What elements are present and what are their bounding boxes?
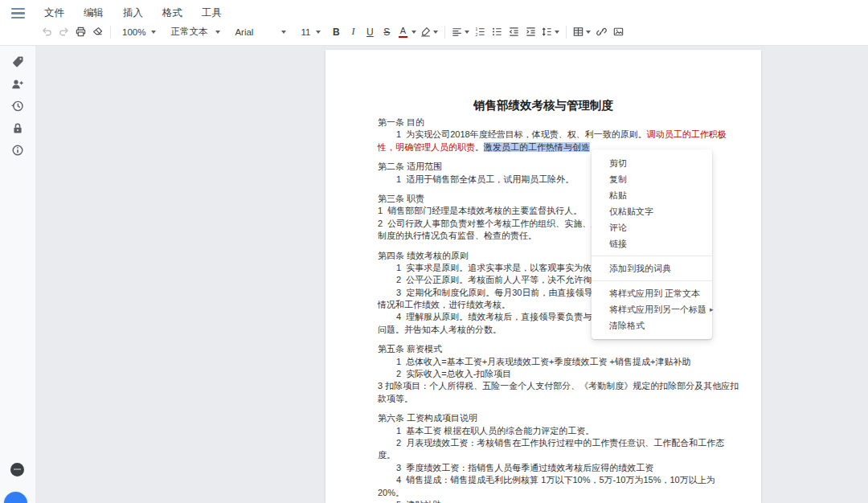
- numbered-list-button[interactable]: 12: [472, 23, 488, 40]
- doc-line: 3 扣除项目：个人所得税、五险一金个人支付部分、《考勤制度》规定的扣除部分及其他…: [378, 380, 709, 392]
- header: 文件 编辑 插入 格式 工具: [0, 0, 868, 46]
- chevron-down-icon: [316, 31, 321, 34]
- highlight-color-button[interactable]: [417, 23, 440, 40]
- align-button[interactable]: [449, 23, 471, 40]
- context-menu-item[interactable]: 将样式应用到另一个标题 ▸: [592, 301, 712, 317]
- context-menu-item[interactable]: 复制: [592, 171, 712, 187]
- clear-format-icon[interactable]: [89, 23, 105, 40]
- context-menu-item[interactable]: 仅粘贴文字: [592, 203, 712, 219]
- context-menu-item[interactable]: 链接: [592, 235, 712, 251]
- doc-line: 1 基本工资 根据在职人员的综合能力评定的工资。: [378, 425, 709, 437]
- indent-button[interactable]: [522, 23, 538, 40]
- context-menu-item-label: 链接: [609, 235, 627, 251]
- bulleted-list-icon: [491, 26, 503, 38]
- undo-icon[interactable]: [39, 23, 55, 40]
- app-window: 文件 编辑 插入 格式 工具: [0, 0, 868, 503]
- menu-item[interactable]: 文件: [39, 2, 70, 24]
- outdent-icon: [508, 26, 520, 38]
- context-menu-item-label: 将样式应用到另一个标题: [609, 301, 706, 317]
- context-menu-item[interactable]: 剪切: [592, 155, 712, 171]
- image-icon: [612, 26, 624, 38]
- context-menu-item[interactable]: 将样式应用到 正常文本: [592, 285, 712, 301]
- doc-line: 1 为实现公司2018年度经营目标，体现责、权、利一致的原则。调动员工的工作积极: [378, 129, 709, 141]
- context-menu-item[interactable]: 清除格式: [592, 317, 712, 333]
- context-menu-item-label: 仅粘贴文字: [609, 203, 653, 219]
- bulleted-list-button[interactable]: [489, 23, 505, 40]
- doc-line: 4 销售提成：销售提成毛利比例核算 1万以下10%，5万-10万为15%，10万…: [378, 474, 709, 486]
- submenu-arrow-icon: ▸: [710, 301, 714, 317]
- left-sidebar: [0, 45, 35, 503]
- doc-line: 2 实际收入=总收入-扣除项目: [378, 368, 709, 380]
- chevron-down-icon: [433, 31, 438, 34]
- insert-table-button[interactable]: [571, 23, 592, 40]
- indent-icon: [525, 26, 537, 38]
- underline-icon: U: [363, 27, 377, 38]
- floating-action-button[interactable]: [4, 492, 27, 503]
- menu-bar: 文件 编辑 插入 格式 工具: [39, 2, 235, 24]
- svg-text:1: 1: [475, 27, 477, 31]
- italic-icon: I: [346, 26, 360, 38]
- doc-line: 2 月表现绩效工资：考核销售在工作执行过程中的工作责任意识、工作配合和工作态: [378, 437, 709, 449]
- strikethrough-icon: S: [380, 27, 394, 38]
- link-icon: [596, 26, 608, 38]
- info-icon[interactable]: [10, 143, 25, 157]
- context-menu-item[interactable]: [592, 280, 712, 281]
- insert-image-button[interactable]: [610, 23, 626, 40]
- doc-line: 1 总体收入=基本工资+月表现绩效工资+季度绩效工资 +销售提成+津贴补助: [378, 356, 709, 368]
- context-menu-item[interactable]: 粘贴: [592, 187, 712, 203]
- text-color-button[interactable]: A: [395, 23, 416, 40]
- outdent-button[interactable]: [506, 23, 522, 40]
- chevron-down-icon: [151, 31, 156, 34]
- lock-icon[interactable]: [10, 121, 25, 136]
- doc-line: 第一条 目的: [378, 117, 709, 129]
- doc-line: 度。: [378, 449, 709, 461]
- toolbar-divider: [110, 26, 111, 39]
- add-person-icon[interactable]: [10, 77, 25, 92]
- chevron-down-icon: [281, 31, 286, 34]
- menu-item[interactable]: 格式: [157, 2, 188, 24]
- text-color-icon: A: [396, 27, 410, 39]
- context-menu-item[interactable]: 评论: [592, 219, 712, 235]
- context-menu-item-label: 清除格式: [609, 317, 645, 333]
- context-menu-item-label: 剪切: [609, 155, 627, 171]
- doc-line: 3 季度绩效工资：指销售人员每季通过绩效考核后应得的绩效工资: [378, 462, 709, 474]
- chevron-down-icon: [411, 31, 416, 34]
- zoom-select[interactable]: 100%: [118, 23, 160, 40]
- menu-item[interactable]: 编辑: [78, 2, 109, 24]
- hamburger-menu-icon[interactable]: [11, 8, 25, 18]
- italic-button[interactable]: I: [345, 23, 361, 40]
- menu-item[interactable]: 插入: [117, 2, 149, 24]
- doc-line: 第五条 薪资模式: [378, 343, 709, 355]
- print-icon[interactable]: [72, 23, 88, 40]
- account-avatar[interactable]: [10, 463, 24, 476]
- toolbar-divider: [566, 26, 567, 39]
- chevron-down-icon: [555, 31, 559, 34]
- tag-icon[interactable]: [10, 55, 25, 69]
- doc-line: 5 津贴补助: [378, 499, 709, 503]
- strikethrough-button[interactable]: S: [379, 23, 395, 40]
- document-title: 销售部绩效考核与管理制度: [378, 98, 709, 113]
- font-select[interactable]: Arial: [231, 23, 290, 40]
- redo-icon[interactable]: [55, 23, 72, 40]
- context-menu-item[interactable]: 添加到我的词典: [592, 260, 712, 276]
- context-menu-item[interactable]: [592, 256, 712, 256]
- font-value: Arial: [235, 27, 253, 37]
- context-menu-item-label: 将样式应用到 正常文本: [609, 285, 700, 301]
- table-icon: [572, 26, 584, 38]
- font-size-value: 11: [301, 27, 310, 37]
- doc-line: 20%。: [378, 487, 709, 499]
- paragraph-style-select[interactable]: 正常文本: [166, 23, 224, 40]
- line-spacing-button[interactable]: [539, 23, 561, 40]
- context-menu: 剪切 复制 粘贴 仅粘贴文字 评论 链接: [592, 149, 712, 339]
- menu-item[interactable]: 工具: [196, 2, 227, 24]
- history-icon[interactable]: [10, 99, 25, 113]
- bold-icon: B: [330, 27, 343, 38]
- font-size-select[interactable]: 11: [297, 23, 325, 40]
- toolbar: 100% 正常文本 Arial 11 B I U S A: [39, 22, 627, 42]
- bold-button[interactable]: B: [328, 23, 344, 40]
- context-menu-item-label: 评论: [609, 219, 627, 235]
- underline-button[interactable]: U: [362, 23, 378, 40]
- insert-link-button[interactable]: [593, 23, 609, 40]
- highlight-icon: [420, 26, 432, 38]
- chevron-down-icon: [586, 31, 591, 34]
